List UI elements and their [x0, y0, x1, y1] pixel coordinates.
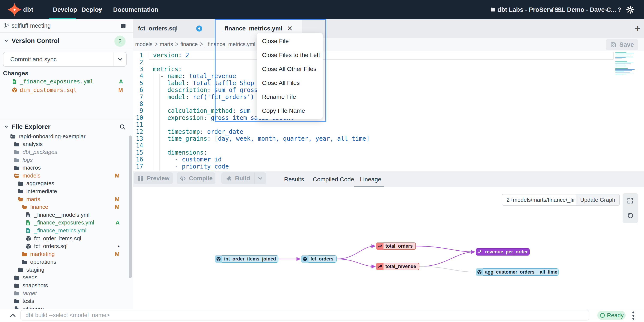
tree-item-tests[interactable]: tests [0, 297, 133, 305]
tree-item-label: marketing [30, 251, 115, 257]
tree-item-models[interactable]: modelsM [0, 172, 133, 180]
code-editor[interactable]: 1version: 223metrics:4 - name: total_rev… [133, 51, 644, 171]
chevron-down-icon[interactable] [117, 56, 124, 63]
tree-item-analysis[interactable]: analysis [0, 140, 133, 148]
commit-and-sync-button[interactable]: Commit and sync [3, 52, 126, 67]
lineage-node-total_revenue[interactable]: total_revenue [376, 263, 419, 270]
code-line-1[interactable]: 1version: 2 [133, 52, 644, 59]
menu-item-close-all-other-files[interactable]: Close All Other Files [257, 62, 323, 76]
gear-icon[interactable] [626, 5, 634, 14]
lineage-node-total_orders[interactable]: total_orders [376, 242, 416, 250]
line-number: 7 [133, 94, 143, 101]
lineage-node-agg_customer_orders__all_time[interactable]: agg_customer_orders__all_time [476, 268, 558, 276]
tab-compiled-code[interactable]: Compiled Code [313, 172, 354, 187]
book-icon[interactable] [120, 23, 126, 29]
chevron-down-icon[interactable] [604, 8, 609, 13]
reset-icon[interactable] [627, 212, 634, 219]
code-line-2[interactable]: 2 [133, 59, 644, 66]
preview-button[interactable]: Preview [134, 172, 173, 184]
code-line-3[interactable]: 3metrics: [133, 66, 644, 73]
lineage-graph-canvas[interactable]: int_order_items_joinedfct_orderstotal_or… [133, 187, 644, 309]
tree-item-seeds[interactable]: seeds [0, 274, 133, 282]
menu-item-close-files-to-the-left[interactable]: Close Files to the Left [257, 48, 323, 62]
tree-item-staging[interactable]: staging [0, 266, 133, 274]
code-line-5[interactable]: 5 label: Total Jaffle Shop Gross Re [133, 80, 644, 86]
code-line-6[interactable]: 6 description: sum of gross revenue [133, 87, 644, 94]
menu-item-copy-file-name[interactable]: Copy File Name [257, 104, 323, 118]
line-content: - name: total_revenue [153, 73, 236, 80]
tree-item-snapshots[interactable]: snapshots [0, 281, 133, 289]
scrollbar-thumb[interactable] [129, 136, 132, 278]
tab-results[interactable]: Results [284, 172, 304, 187]
code-line-13[interactable]: 13 time_grains: [day, week, month, quart… [133, 135, 644, 142]
chevron-up-icon[interactable] [8, 312, 17, 319]
help-icon[interactable]: ? [618, 0, 621, 19]
code-line-7[interactable]: 7 model: ref('fct_orders') [133, 94, 644, 100]
editor-minimap[interactable] [615, 52, 638, 74]
tab-fct-orders-sql[interactable]: fct_orders.sql [133, 19, 215, 38]
kebab-icon[interactable] [632, 311, 635, 320]
chevron-down-icon [97, 7, 102, 13]
code-line-14[interactable]: 14 [133, 142, 644, 149]
code-line-15[interactable]: 15 dimensions: [133, 149, 644, 156]
close-icon[interactable]: ✕ [285, 24, 294, 33]
tree-item-marketing[interactable]: marketingM [0, 250, 133, 258]
breadcrumb-item[interactable]: _finance_metrics.yml [205, 41, 255, 47]
tree-item-gitignore[interactable]: gitignore [0, 305, 133, 309]
dbt-logo-icon[interactable] [8, 3, 22, 17]
logo-wordmark[interactable]: dbt [23, 0, 34, 19]
tree-item-marts[interactable]: martsM [0, 195, 133, 203]
lineage-selector-input[interactable] [502, 194, 576, 206]
menu-item-close-all-files[interactable]: Close All Files [257, 76, 323, 90]
build-button[interactable]: Build [221, 172, 254, 184]
tree-item--finance-models-yml[interactable]: _finance__models.yml [0, 211, 133, 219]
lineage-node-int_order_items_joined[interactable]: int_order_items_joined [215, 255, 278, 263]
nav-item-develop[interactable]: Develop [53, 0, 77, 19]
file-explorer-header[interactable]: File Explorer [0, 120, 133, 133]
code-line-8[interactable]: 8 [133, 100, 644, 107]
code-line-17[interactable]: 17 - priority_code [133, 163, 644, 170]
tree-item-target[interactable]: target [0, 289, 133, 297]
tree-item-label: logs [22, 157, 120, 163]
version-control-header[interactable]: Version Control [0, 32, 133, 49]
changed-file-row[interactable]: dim_customers.sqlM [0, 86, 133, 94]
tree-item-finance[interactable]: financeM [0, 203, 133, 211]
changed-file-row[interactable]: _finance_exposures.ymlA [0, 77, 133, 86]
breadcrumb-item[interactable]: marts [160, 41, 173, 47]
tree-item-rapid-onboarding-exemplar[interactable]: rapid-onboarding-exemplar [0, 133, 133, 140]
tree-item--finance-metrics-yml[interactable]: _finance_metrics.yml [0, 227, 133, 234]
tree-item-intermediate[interactable]: intermediate [0, 187, 133, 195]
tree-item-fct-orders-sql[interactable]: fct_orders.sql• [0, 242, 133, 250]
compile-button[interactable]: Compile [177, 172, 215, 184]
tree-item-dbt-packages[interactable]: dbt_packages [0, 148, 133, 156]
tab-lineage[interactable]: Lineage [360, 172, 381, 187]
breadcrumb-item[interactable]: finance [180, 41, 198, 47]
code-line-12[interactable]: 12 timestamp: order_date [133, 128, 644, 135]
tree-item-logs[interactable]: logs [0, 156, 133, 164]
lineage-node-revenue_per_order[interactable]: revenue_per_order [476, 248, 530, 255]
build-options-button[interactable] [254, 172, 266, 184]
tree-item--finance-exposures-yml[interactable]: _finance_exposures.ymlA [0, 219, 133, 227]
menu-item-rename-file[interactable]: Rename File [257, 90, 323, 104]
lineage-node-fct_orders[interactable]: fct_orders [301, 255, 336, 263]
code-line-9[interactable]: 9 calculation_method: sum [133, 107, 644, 114]
menu-item-close-file[interactable]: Close File [257, 34, 323, 48]
code-line-10[interactable]: 10 expression: gross_item_sales_amount [133, 114, 644, 121]
new-tab-button[interactable]: + [632, 23, 643, 34]
breadcrumb-item[interactable]: models [135, 41, 152, 47]
dbt-command-input[interactable] [20, 310, 589, 320]
save-button[interactable]: Save [606, 39, 638, 50]
tree-item-aggregates[interactable]: aggregates [0, 180, 133, 188]
code-line-4[interactable]: 4 - name: total_revenue [133, 73, 644, 80]
code-line-11[interactable]: 11 [133, 121, 644, 128]
update-graph-button[interactable]: Update Graph [576, 194, 620, 206]
git-branch-row[interactable]: sqlfluff-meeting [0, 19, 133, 32]
fullscreen-icon[interactable] [627, 197, 634, 204]
tree-item-fct-order-items-sql[interactable]: fct_order_items.sql [0, 234, 133, 242]
code-line-16[interactable]: 16 - customer_id [133, 156, 644, 163]
nav-item-documentation[interactable]: Documentation [113, 0, 158, 19]
tree-item-operations[interactable]: operations [0, 258, 133, 266]
search-icon[interactable] [119, 124, 126, 130]
account-breadcrumb[interactable]: dbt Labs - ProServ S... [498, 0, 564, 19]
tree-item-macros[interactable]: macros [0, 164, 133, 172]
